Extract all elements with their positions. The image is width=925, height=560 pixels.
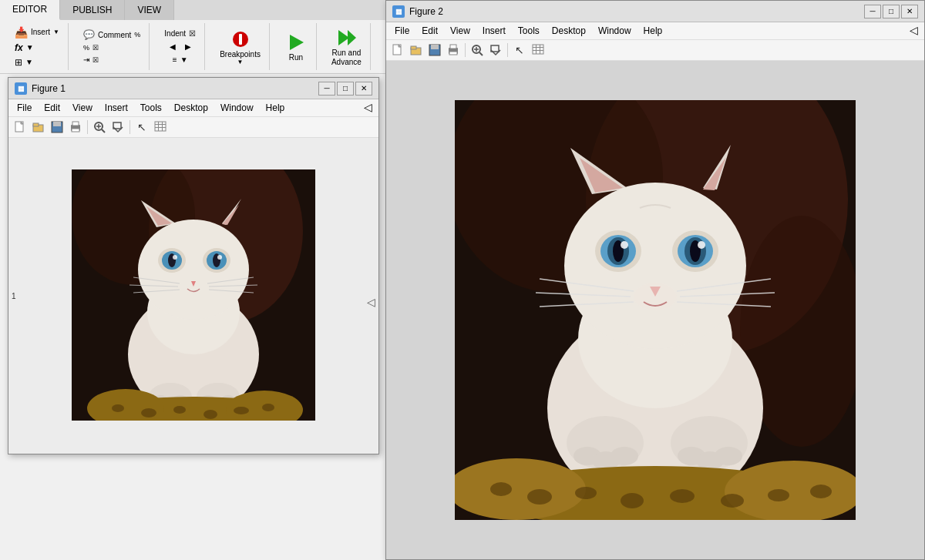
tb-save-2[interactable]	[426, 42, 443, 59]
svg-point-125	[490, 482, 512, 496]
tb-zoom-in-1[interactable]	[91, 119, 108, 136]
run-and-advance-btn[interactable]: Run andAdvance	[328, 25, 365, 69]
tb-open-1[interactable]	[30, 119, 47, 136]
tb-save-1[interactable]	[49, 119, 66, 136]
indent-label-btn[interactable]: Indent ☒	[160, 28, 200, 39]
figure1-minimize-btn[interactable]: ─	[318, 82, 335, 96]
svg-point-128	[621, 493, 644, 508]
menu-edit-1[interactable]: Edit	[39, 101, 66, 115]
tb-zoom-in-2[interactable]	[469, 42, 486, 59]
svg-rect-10	[53, 122, 61, 126]
svg-point-95	[564, 183, 746, 349]
tb-sep2-2	[507, 43, 508, 57]
figure1-image-container	[72, 169, 315, 423]
ribbon-group-run-advance: Run andAdvance	[323, 23, 371, 70]
figure2-window: ▦ Figure 2 ─ □ ✕ File Edit View Insert T…	[385, 0, 925, 560]
svg-rect-74	[449, 52, 457, 55]
tab-editor[interactable]: EDITOR	[0, 0, 60, 20]
figure1-close-btn[interactable]: ✕	[355, 82, 372, 96]
figure1-title: Figure 1	[32, 83, 66, 94]
figure2-close-btn[interactable]: ✕	[901, 5, 918, 18]
tab-publish[interactable]: PUBLISH	[60, 0, 125, 20]
menu-tools-2[interactable]: Tools	[513, 24, 545, 38]
indent-btn[interactable]: ⇥ ☒	[79, 54, 144, 65]
menu-insert-1[interactable]: Insert	[99, 101, 133, 115]
tb-data-1[interactable]	[152, 119, 169, 136]
figure2-maximize-btn[interactable]: □	[883, 5, 900, 18]
figure1-content: 1	[8, 138, 378, 454]
svg-rect-1	[239, 34, 242, 45]
svg-rect-12	[72, 122, 79, 126]
menu-desktop-1[interactable]: Desktop	[169, 101, 214, 115]
comment-btn[interactable]: 💬 Comment %	[79, 28, 144, 42]
figure1-axis-nums: 1	[12, 292, 16, 300]
svg-marker-2	[290, 35, 304, 50]
run-icon	[285, 32, 307, 53]
tb-print-1[interactable]	[67, 119, 84, 136]
menu-view-2[interactable]: View	[445, 24, 476, 38]
figure1-cat-image	[72, 169, 315, 421]
svg-line-76	[479, 52, 483, 55]
menu-file-1[interactable]: File	[12, 101, 37, 115]
indent-more-btn[interactable]: ≡▼	[169, 54, 192, 65]
ribbon-group-indent: Indent ☒ ◀ ▶ ≡▼	[156, 23, 205, 70]
figure1-right-expand[interactable]: ◁	[367, 296, 375, 308]
breakpoints-icon	[230, 29, 251, 50]
tb-print-2[interactable]	[445, 42, 462, 59]
menu-edit-2[interactable]: Edit	[416, 24, 443, 38]
tb-open-2[interactable]	[408, 42, 425, 59]
editor-ribbon: 📥 Insert ▼ fx ▼ ⊞ ▼ 💬 Comment	[0, 20, 385, 74]
tb-sep1-2	[465, 43, 466, 57]
ribbon-group-insert: 📥 Insert ▼ fx ▼ ⊞ ▼	[6, 23, 69, 70]
svg-point-61	[141, 408, 156, 417]
figure1-window: ▦ Figure 1 ─ □ ✕ File Edit View Insert T…	[8, 77, 379, 454]
figure2-minimize-btn[interactable]: ─	[864, 5, 881, 18]
figure1-menubar: File Edit View Insert Tools Desktop Wind…	[8, 99, 378, 117]
run-btn[interactable]: Run	[281, 29, 311, 64]
svg-point-104	[621, 241, 628, 249]
svg-point-126	[527, 489, 552, 505]
menu-desktop-2[interactable]: Desktop	[547, 24, 591, 38]
svg-marker-4	[348, 30, 356, 45]
svg-rect-83	[533, 47, 543, 48]
uncomment-btn[interactable]: % ☒	[79, 42, 144, 53]
svg-point-64	[234, 407, 249, 414]
tb-new-2[interactable]	[389, 42, 406, 59]
figure2-expand-arrow[interactable]: ◁	[906, 24, 921, 38]
indent-left-btn[interactable]: ◀	[166, 41, 180, 52]
menu-help-2[interactable]: Help	[638, 24, 668, 38]
tb-zoom-out-2[interactable]	[487, 42, 504, 59]
svg-rect-73	[450, 45, 456, 49]
svg-point-105	[698, 241, 705, 249]
svg-rect-82	[540, 45, 540, 54]
menu-file-2[interactable]: File	[389, 24, 415, 38]
ribbon-group-comment: 💬 Comment % % ☒ ⇥ ☒	[75, 23, 150, 70]
tab-view[interactable]: VIEW	[125, 0, 174, 20]
svg-rect-21	[162, 122, 163, 131]
menu-window-1[interactable]: Window	[215, 101, 259, 115]
tb-new-1[interactable]	[12, 119, 29, 136]
tb-zoom-out-1[interactable]	[109, 119, 126, 136]
figure2-title: Figure 2	[409, 6, 443, 17]
tb-data-2[interactable]	[530, 42, 547, 59]
indent-right-btn[interactable]: ▶	[181, 41, 195, 52]
svg-point-40	[173, 255, 177, 260]
menu-view-1[interactable]: View	[67, 101, 98, 115]
tb-arrow-2[interactable]: ↖	[511, 42, 528, 59]
breakpoints-btn[interactable]: Breakpoints ▼	[216, 26, 264, 68]
menu-tools-1[interactable]: Tools	[135, 101, 167, 115]
figure1-expand-arrow[interactable]: ◁	[361, 101, 375, 115]
svg-rect-80	[533, 45, 543, 54]
fx-btn[interactable]: fx ▼	[11, 41, 63, 55]
insert-btn[interactable]: 📥 Insert ▼	[11, 25, 63, 40]
figure1-maximize-btn[interactable]: □	[337, 82, 354, 96]
ribbon-group-breakpoints: Breakpoints ▼	[211, 23, 270, 70]
toggle-btn[interactable]: ⊞ ▼	[11, 55, 63, 69]
figure2-controls: ─ □ ✕	[864, 5, 918, 18]
figure2-cat-image	[455, 100, 856, 520]
menu-window-2[interactable]: Window	[593, 24, 637, 38]
menu-insert-2[interactable]: Insert	[477, 24, 511, 38]
svg-rect-19	[155, 122, 166, 131]
menu-help-1[interactable]: Help	[261, 101, 291, 115]
tb-arrow-1[interactable]: ↖	[133, 119, 150, 136]
